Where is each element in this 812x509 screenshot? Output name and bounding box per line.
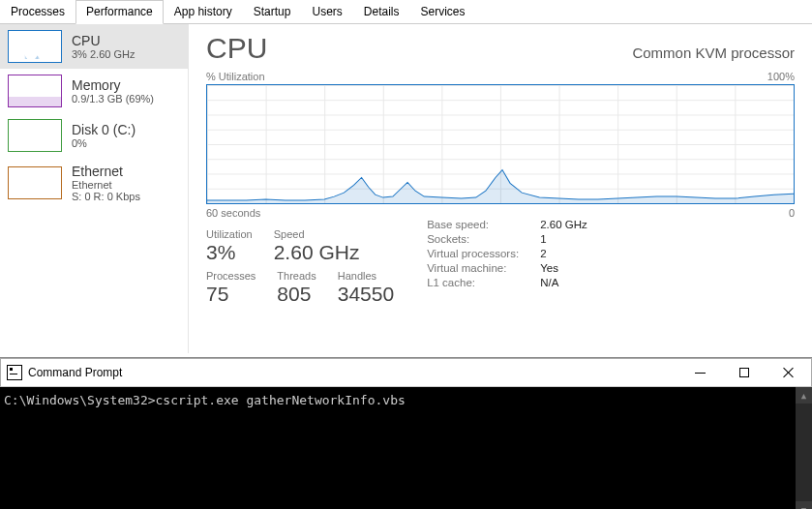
- cmd-window: Command Prompt C:\Windows\System32>cscri…: [0, 357, 812, 509]
- chart-label-topleft: % Utilization: [206, 71, 265, 82]
- stat-value-threads: 805: [277, 283, 316, 306]
- info-key: Virtual machine:: [427, 262, 519, 274]
- sidebar-item-label: CPU: [72, 33, 135, 48]
- sidebar-item-sub: 3% 2.60 GHz: [72, 48, 135, 60]
- tab-details[interactable]: Details: [353, 0, 410, 23]
- sidebar-item-ethernet[interactable]: Ethernet Ethernet S: 0 R: 0 Kbps: [0, 158, 188, 208]
- stat-label: Threads: [277, 270, 316, 282]
- maximize-button[interactable]: [722, 359, 767, 386]
- cmd-body[interactable]: C:\Windows\System32>cscript.exe gatherNe…: [0, 387, 812, 509]
- stat-value-speed: 2.60 GHz: [274, 241, 360, 264]
- info-key: L1 cache:: [427, 277, 519, 288]
- info-val-basespeed: 2.60 GHz: [540, 219, 587, 230]
- info-key: Sockets:: [427, 233, 519, 245]
- info-key: Base speed:: [427, 219, 519, 230]
- sidebar-item-label: Memory: [72, 77, 154, 93]
- sidebar-item-label: Ethernet: [72, 164, 140, 179]
- page-title: CPU: [206, 32, 267, 65]
- cmd-scrollbar[interactable]: ▲ ▼: [796, 387, 812, 509]
- stat-label: Handles: [338, 270, 394, 282]
- stat-value-utilization: 3%: [206, 241, 253, 264]
- close-button[interactable]: [767, 359, 811, 386]
- stat-label: Speed: [274, 228, 360, 240]
- close-icon: [783, 367, 795, 378]
- tab-processes[interactable]: Processes: [0, 0, 75, 23]
- stat-label: Utilization: [206, 228, 253, 240]
- chart-label-topright: 100%: [767, 71, 795, 82]
- cmd-titlebar[interactable]: Command Prompt: [0, 358, 812, 387]
- info-val-vm: Yes: [540, 262, 587, 274]
- cmd-title: Command Prompt: [28, 366, 677, 379]
- performance-main: CPU 3% 2.60 GHz Memory 0.9/1.3 GB (69%) …: [0, 24, 812, 353]
- sidebar-item-disk[interactable]: Disk 0 (C:) 0%: [0, 113, 188, 158]
- sidebar-item-label: Disk 0 (C:): [72, 122, 135, 137]
- taskmgr-tabs: Processes Performance App history Startu…: [0, 0, 812, 24]
- tab-startup[interactable]: Startup: [243, 0, 302, 23]
- chart-label-bottomright: 0: [789, 207, 795, 219]
- cmd-icon: [7, 365, 22, 380]
- ethernet-thumb-icon: [8, 166, 62, 199]
- tab-app-history[interactable]: App history: [164, 0, 243, 23]
- cmd-line: C:\Windows\System32>cscript.exe gatherNe…: [4, 393, 808, 407]
- stat-value-processes: 75: [206, 283, 256, 306]
- sidebar-item-sub: 0.9/1.3 GB (69%): [72, 93, 154, 105]
- sidebar-item-sub: Ethernet: [72, 179, 140, 191]
- perf-sidebar[interactable]: CPU 3% 2.60 GHz Memory 0.9/1.3 GB (69%) …: [0, 24, 189, 353]
- tab-users[interactable]: Users: [301, 0, 352, 23]
- cpu-utilization-chart[interactable]: [206, 84, 795, 204]
- scroll-down-icon[interactable]: ▼: [796, 501, 812, 509]
- cpu-thumb-icon: [8, 30, 62, 63]
- info-val-l1: N/A: [540, 277, 587, 288]
- sidebar-item-cpu[interactable]: CPU 3% 2.60 GHz: [0, 24, 188, 69]
- info-val-vprocs: 2: [540, 248, 587, 259]
- minimize-button[interactable]: [677, 359, 722, 386]
- processor-name: Common KVM processor: [632, 45, 795, 61]
- memory-thumb-icon: [8, 75, 62, 107]
- info-val-sockets: 1: [540, 233, 587, 245]
- tab-services[interactable]: Services: [410, 0, 476, 23]
- stat-label: Processes: [206, 270, 256, 282]
- cpu-info-table: Base speed:2.60 GHz Sockets:1 Virtual pr…: [427, 219, 587, 288]
- minimize-icon: [695, 373, 706, 374]
- scroll-up-icon[interactable]: ▲: [796, 387, 812, 404]
- cpu-detail-pane: CPU Common KVM processor % Utilization 1…: [189, 24, 812, 353]
- maximize-icon: [739, 368, 749, 377]
- sidebar-item-sub2: S: 0 R: 0 Kbps: [72, 191, 140, 202]
- tab-performance[interactable]: Performance: [75, 0, 164, 24]
- chart-label-bottomleft: 60 seconds: [206, 207, 260, 219]
- disk-thumb-icon: [8, 119, 62, 152]
- sidebar-item-sub: 0%: [72, 137, 135, 149]
- stat-value-handles: 34550: [338, 283, 394, 306]
- sidebar-item-memory[interactable]: Memory 0.9/1.3 GB (69%): [0, 69, 188, 113]
- info-key: Virtual processors:: [427, 248, 519, 259]
